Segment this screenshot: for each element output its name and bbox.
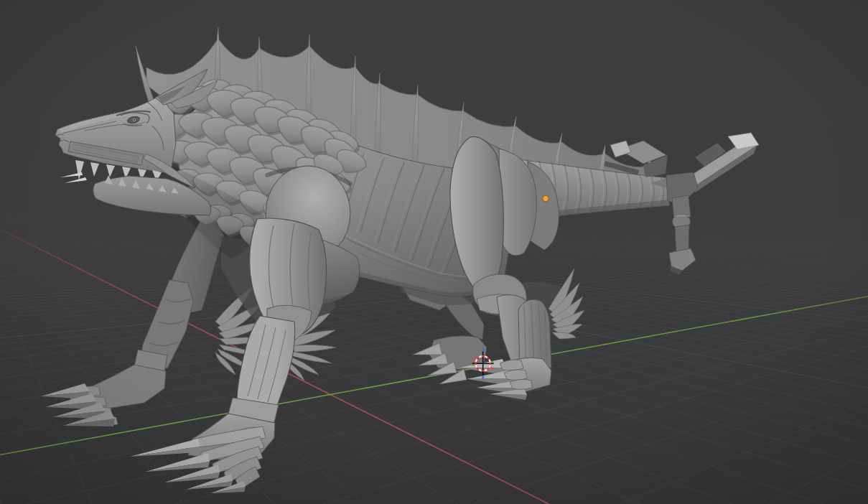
vignette — [0, 0, 868, 504]
3d-viewport[interactable] — [0, 0, 868, 504]
viewport-canvas — [0, 0, 868, 504]
